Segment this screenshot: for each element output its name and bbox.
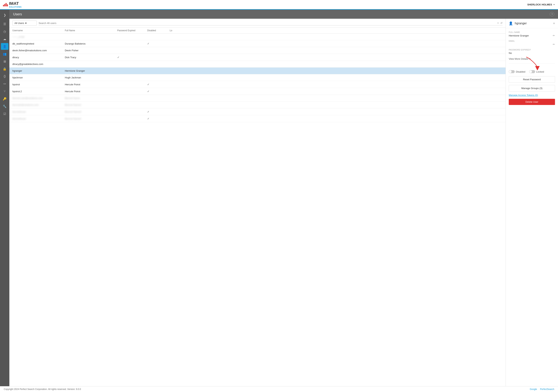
table-header: Username Full Name Password Expired Disa… [9,28,506,33]
group-icon: 👥 [3,52,7,56]
footer-link-google[interactable]: Google [530,388,537,391]
footer-link-perfectsearch[interactable]: PerfectSearch [540,388,554,391]
help-button[interactable]: ? [550,12,554,17]
detail-password-expired-value: No [509,52,512,54]
bar3 [6,3,7,6]
search-input[interactable] [39,22,496,25]
locked-label: Locked [536,70,544,73]
share-icon: ⑂ [4,90,6,93]
sidebar-item-code[interactable]: {} [1,73,9,80]
manage-groups-button[interactable]: Manage Groups (3) [509,85,555,92]
grid-icon: ⊞ [4,60,6,63]
code-icon: {} [4,75,6,78]
sidebar-item-keys[interactable]: 🔑 [1,95,9,102]
table-row[interactable]: ——_script [9,33,506,40]
delete-user-button[interactable]: Delete User [509,99,555,105]
content-area: Users ? All Users ▾ × ↺ [9,10,558,386]
col-username: Username [12,29,65,32]
sidebar-item-tools[interactable]: 🔧 [1,103,9,110]
user-name: SHERLOCK HOLMES [527,3,552,6]
refresh-icon[interactable]: ↺ [500,22,503,25]
logo-text: IMAT SOLUTIONS [9,1,22,8]
table-row[interactable]: devin.fisher@imatsolutions.com Devin Fis… [9,47,506,54]
table-row[interactable]: dtracy Dick Tracy ✓ [9,54,506,61]
chevron-down-icon: ▼ [553,4,555,6]
cell-disabled: ✓ [147,90,170,93]
manage-tokens-link[interactable]: Manage Access Tokens (0) [509,94,555,97]
table-row[interactable]: dtracy@greatdetectives.com [9,61,506,67]
table-row[interactable]: hpoirot Hercule Poirot ✓ [9,81,506,88]
sidebar-item-cloud[interactable]: ☁ [1,35,9,42]
cell-username: ——_script [12,35,65,38]
cell-username: blurred2@solutions.com [12,103,65,106]
disabled-toggle-switch[interactable] [509,70,515,73]
table-row[interactable]: hpoirot.2 Hercule Poirot ✓ [9,88,506,95]
cell-fullname: Devin Fisher [65,49,117,52]
cell-fullname: Blurred Name [65,97,117,100]
cell-fullname: Blurred Name2 [65,103,117,106]
detail-fullname-value: Hermione Granger [509,34,529,37]
sidebar-item-history[interactable]: ◷ [1,28,9,35]
cell-username: db_waitforexpiretest [12,42,65,45]
table-row[interactable]: blurred.user@solutions.com Blurred Name [9,95,506,102]
users-panel: All Users ▾ × ↺ Username Full Name Passw… [9,19,558,386]
filter-chevron-icon: ▾ [25,22,26,25]
cell-username: hpoirot [12,83,65,86]
main-layout: ❯ ☰ ◷ ☁ 👤 👥 ⊞ 🔒 {} <> ⑂ [0,10,558,386]
cell-disabled: ✓ [147,117,170,120]
sidebar-item-users[interactable]: 👤 [1,43,9,50]
col-locked: Lo [170,29,181,32]
sidebar-item-dev[interactable]: <> [1,80,9,87]
sidebar-item-menu[interactable]: ☰ [1,21,9,27]
detail-password-expired-field: PASSWORD EXPIRED? No [509,49,555,54]
sidebar-item-expand[interactable]: ❯ [1,12,9,18]
page-title: Users [13,12,22,16]
detail-fullname-field: FULL NAME Hermione Granger ✏ [509,31,555,37]
cell-username: blurred3user [12,110,65,113]
expand-icon: ❯ [4,13,6,17]
top-header: IMAT SOLUTIONS SHERLOCK HOLMES ▼ [0,0,558,10]
sidebar-item-tasks[interactable]: ☑ [1,110,9,117]
edit-fullname-icon[interactable]: ✏ [553,34,555,37]
cell-username: hpoirot.2 [12,90,65,93]
table-row[interactable]: blurred3user Blurred Name3 ✓ [9,108,506,115]
logo-icon: IMAT SOLUTIONS [3,1,22,8]
locked-toggle-switch[interactable] [529,70,535,73]
logo-area: IMAT SOLUTIONS [3,1,22,8]
wrench-icon: 🔧 [3,105,7,108]
table-row[interactable]: blurred4user Blurred Name4 ✓ [9,115,506,122]
filter-select-label: All Users [14,22,24,25]
detail-panel: 👤 hgranger × FULL NAME Hermione Granger … [506,19,558,386]
cell-username: hgranger [12,69,65,72]
cell-fullname: Hermione Granger [65,69,117,72]
sidebar-item-security[interactable]: 🔒 [1,66,9,72]
sidebar-item-share[interactable]: ⑂ [1,88,9,95]
sidebar-item-groups[interactable]: 👥 [1,50,9,57]
sidebar-item-grid[interactable]: ⊞ [1,58,9,65]
detail-close-button[interactable]: × [553,22,555,25]
cell-username: blurred.user@solutions.com [12,97,65,100]
bar1 [3,5,4,6]
reset-password-button[interactable]: Reset Password [509,76,555,83]
help-icon: ? [551,13,553,16]
logo-imat: IMAT [9,1,22,6]
cell-fullname: Hercule Poirot [65,83,117,86]
view-more-details[interactable]: View More Details ▾ [509,58,555,60]
filter-select[interactable]: All Users ▾ [12,21,37,26]
copyright-text: Copyright 2024 Perfect Search Corporatio… [4,388,81,391]
table-row[interactable]: db_waitforexpiretest Durango Balisteros … [9,40,506,47]
clock-icon: ◷ [3,30,6,33]
cell-fullname: Dick Tracy [65,56,117,59]
clear-icon[interactable]: × [497,22,499,25]
edit-email-icon[interactable]: ✏ [553,43,555,46]
table-row[interactable]: blurred2@solutions.com Blurred Name2 [9,102,506,108]
footer-links: Google PerfectSearch [530,388,554,391]
table-row[interactable]: hjackman Hugh Jackman [9,74,506,81]
disabled-toggle[interactable]: Disabled [509,70,525,73]
col-disabled: Disabled [147,29,170,32]
table-row-hgranger[interactable]: hgranger Hermione Granger [9,67,506,74]
detail-body: FULL NAME Hermione Granger ✏ EMAIL ✏ [506,28,558,68]
locked-toggle[interactable]: Locked [529,70,544,73]
detail-email-label: EMAIL [509,40,555,42]
user-menu[interactable]: SHERLOCK HOLMES ▼ [527,3,555,6]
